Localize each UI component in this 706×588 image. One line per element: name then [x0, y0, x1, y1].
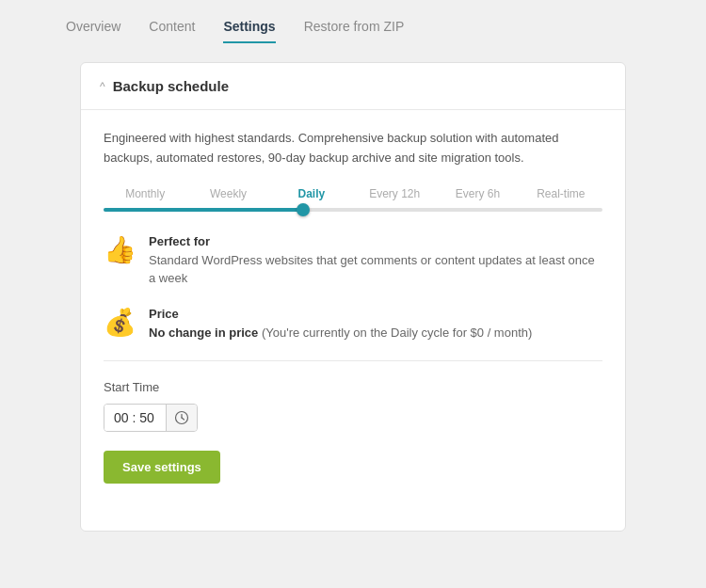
page-wrapper: Overview Content Settings Restore from Z…: [0, 0, 706, 588]
section-divider: [104, 360, 602, 361]
freq-monthly[interactable]: Monthly: [104, 187, 186, 200]
price-detail: (You're currently on the Daily cycle for…: [258, 326, 532, 340]
tabs-nav: Overview Content Settings Restore from Z…: [19, 19, 404, 43]
tab-overview[interactable]: Overview: [66, 19, 120, 43]
freq-12h[interactable]: Every 12h: [353, 187, 436, 200]
time-input-group[interactable]: 00 : 50: [104, 404, 198, 432]
dollar-icon: 💰: [104, 307, 136, 338]
freq-weekly[interactable]: Weekly: [186, 187, 269, 200]
perfect-for-content: Perfect for Standard WordPress websites …: [149, 234, 602, 288]
svg-line-2: [182, 418, 185, 420]
no-change-label: No change in price: [149, 326, 258, 340]
slider-fill: [104, 208, 303, 212]
freq-realtime[interactable]: Real-time: [520, 187, 602, 200]
price-content: Price No change in price (You're current…: [149, 307, 532, 342]
frequency-labels: Monthly Weekly Daily Every 12h Every 6h …: [104, 187, 602, 200]
tab-settings[interactable]: Settings: [223, 19, 275, 43]
thumbs-up-icon: 👍: [104, 234, 136, 265]
card-header: ^ Backup schedule: [81, 63, 625, 110]
description-text: Engineered with highest standards. Compr…: [104, 129, 602, 168]
freq-daily[interactable]: Daily: [270, 187, 353, 200]
time-picker-button[interactable]: [166, 405, 197, 431]
slider-thumb: [297, 203, 310, 216]
perfect-for-row: 👍 Perfect for Standard WordPress website…: [104, 234, 602, 288]
card-title: Backup schedule: [113, 78, 229, 94]
start-time-label: Start Time: [104, 380, 602, 394]
price-row: 💰 Price No change in price (You're curre…: [104, 307, 602, 342]
collapse-icon[interactable]: ^: [100, 80, 105, 93]
perfect-for-title: Perfect for: [149, 234, 602, 248]
save-settings-button[interactable]: Save settings: [104, 451, 220, 484]
backup-schedule-card: ^ Backup schedule Engineered with highes…: [80, 62, 626, 532]
tab-restore[interactable]: Restore from ZIP: [304, 19, 405, 43]
time-value: 00 : 50: [104, 405, 166, 431]
clock-icon: [174, 410, 189, 425]
perfect-for-text: Standard WordPress websites that get com…: [149, 251, 602, 288]
frequency-slider[interactable]: [104, 208, 602, 212]
price-title: Price: [149, 307, 532, 321]
price-text: No change in price (You're currently on …: [149, 324, 532, 342]
tab-content[interactable]: Content: [149, 19, 195, 43]
freq-6h[interactable]: Every 6h: [436, 187, 519, 200]
card-body: Engineered with highest standards. Compr…: [81, 110, 625, 502]
